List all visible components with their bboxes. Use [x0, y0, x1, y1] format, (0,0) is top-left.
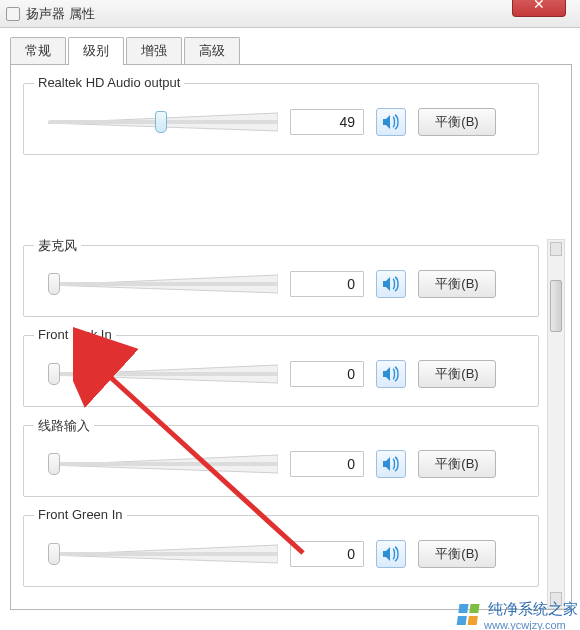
- slider-thumb[interactable]: [48, 363, 60, 385]
- group-front-pink-in: Front Pink In 0 平衡(B): [23, 335, 539, 407]
- volume-value-greenin[interactable]: 0: [290, 541, 364, 567]
- volume-slider-greenin[interactable]: [48, 541, 278, 567]
- volume-slider-pinkin[interactable]: [48, 361, 278, 387]
- window-title: 扬声器 属性: [26, 5, 95, 23]
- balance-button-linein[interactable]: 平衡(B): [418, 450, 496, 478]
- group-mic: 麦克风 0 平衡(B): [23, 245, 539, 317]
- tab-general[interactable]: 常规: [10, 37, 66, 64]
- vertical-scrollbar[interactable]: [547, 239, 565, 609]
- slider-thumb[interactable]: [48, 543, 60, 565]
- volume-slider-linein[interactable]: [48, 451, 278, 477]
- tab-advanced[interactable]: 高级: [184, 37, 240, 64]
- slider-thumb[interactable]: [155, 111, 167, 133]
- group-legend: 麦克风: [34, 237, 81, 255]
- watermark: 纯净系统之家 www.ycwjzy.com: [458, 600, 578, 630]
- group-line-in: 线路输入 0 平衡(B): [23, 425, 539, 497]
- mute-button-mic[interactable]: [376, 270, 406, 298]
- mute-button-pinkin[interactable]: [376, 360, 406, 388]
- balance-button-realtek[interactable]: 平衡(B): [418, 108, 496, 136]
- slider-thumb[interactable]: [48, 273, 60, 295]
- volume-value-pinkin[interactable]: 0: [290, 361, 364, 387]
- group-front-green-in: Front Green In 0 平衡(B): [23, 515, 539, 587]
- mute-button-linein[interactable]: [376, 450, 406, 478]
- volume-slider-realtek[interactable]: [48, 109, 278, 135]
- speaker-icon: [382, 114, 400, 130]
- watermark-brand: 纯净系统之家: [488, 600, 578, 619]
- group-legend: Front Green In: [34, 507, 127, 522]
- watermark-url: www.ycwjzy.com: [484, 619, 578, 631]
- tab-levels[interactable]: 级别: [68, 37, 124, 65]
- balance-button-greenin[interactable]: 平衡(B): [418, 540, 496, 568]
- window-icon: [6, 7, 20, 21]
- group-legend: 线路输入: [34, 417, 94, 435]
- speaker-icon: [382, 366, 400, 382]
- tabstrip: 常规 级别 增强 高级: [10, 38, 572, 64]
- speaker-icon: [382, 456, 400, 472]
- group-legend: Realtek HD Audio output: [34, 75, 184, 90]
- levels-panel: Realtek HD Audio output 49 平衡(B): [10, 64, 572, 610]
- mute-button-realtek[interactable]: [376, 108, 406, 136]
- group-legend: Front Pink In: [34, 327, 116, 342]
- balance-button-pinkin[interactable]: 平衡(B): [418, 360, 496, 388]
- volume-value-realtek[interactable]: 49: [290, 109, 364, 135]
- mute-button-greenin[interactable]: [376, 540, 406, 568]
- slider-thumb[interactable]: [48, 453, 60, 475]
- speaker-icon: [382, 546, 400, 562]
- titlebar: 扬声器 属性 ✕: [0, 0, 580, 28]
- volume-value-linein[interactable]: 0: [290, 451, 364, 477]
- volume-value-mic[interactable]: 0: [290, 271, 364, 297]
- watermark-logo-icon: [456, 604, 481, 626]
- tab-enhance[interactable]: 增强: [126, 37, 182, 64]
- balance-button-mic[interactable]: 平衡(B): [418, 270, 496, 298]
- scroll-up-arrow[interactable]: [550, 242, 562, 256]
- speaker-icon: [382, 276, 400, 292]
- close-button[interactable]: ✕: [512, 0, 566, 17]
- group-realtek: Realtek HD Audio output 49 平衡(B): [23, 83, 539, 155]
- volume-slider-mic[interactable]: [48, 271, 278, 297]
- scroll-thumb[interactable]: [550, 280, 562, 332]
